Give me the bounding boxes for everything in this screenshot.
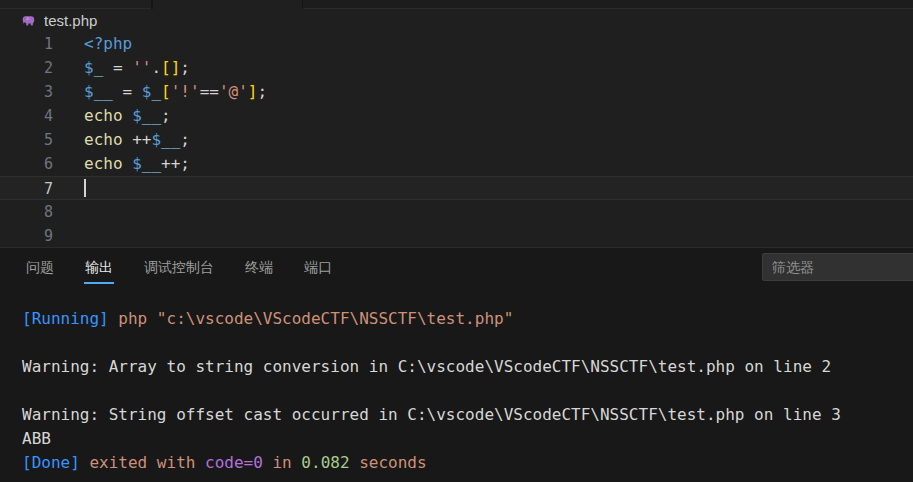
code-text: $__ = $_['!'=='@']; xyxy=(84,80,267,104)
bottom-panel: 问题输出调试控制台终端端口 [Running] php "c:\vscode\V… xyxy=(0,247,913,482)
token-npurple: code=0 xyxy=(205,453,263,472)
token-op: ; xyxy=(180,130,190,149)
editor-tab-strip xyxy=(0,0,913,9)
code-text: echo $__++; xyxy=(84,152,190,176)
line-number: 2 xyxy=(0,56,53,80)
token-str: '' xyxy=(132,58,151,77)
panel-tab-终端[interactable]: 终端 xyxy=(244,252,274,284)
token-dollar: $ xyxy=(84,82,94,101)
tab-divider xyxy=(151,0,153,9)
token-dollar: $ xyxy=(132,106,142,125)
token-var: __ xyxy=(161,130,180,149)
output-line xyxy=(22,379,913,403)
token-bracket: [ xyxy=(161,82,171,101)
token-phptag: <?php xyxy=(84,34,132,53)
output-line: [Done] exited with code=0 in 0.082 secon… xyxy=(22,451,913,475)
panel-tabs: 问题输出调试控制台终端端口 xyxy=(25,252,333,284)
token-op: ; xyxy=(257,82,267,101)
editor-tab-remnant[interactable] xyxy=(0,0,151,8)
token-str: '@' xyxy=(219,82,248,101)
line-number: 5 xyxy=(0,128,53,152)
line-number: 1 xyxy=(0,32,53,56)
token-cmd: seconds xyxy=(350,453,427,472)
line-number: 9 xyxy=(0,224,53,247)
breadcrumb-file-name[interactable]: test.php xyxy=(44,12,97,29)
panel-tab-调试控制台[interactable]: 调试控制台 xyxy=(143,252,215,284)
line-number: 7 xyxy=(0,177,53,199)
editor-tab-remnant-active[interactable] xyxy=(153,0,302,9)
output-filter-input[interactable] xyxy=(762,253,913,281)
line-number: 3 xyxy=(0,80,53,104)
output-line xyxy=(22,331,913,355)
tab-divider xyxy=(302,0,303,9)
panel-tab-输出[interactable]: 输出 xyxy=(84,252,114,284)
code-line[interactable]: 6echo $__++; xyxy=(0,152,913,176)
token-cmd: php "c:\vscode\VScodeCTF\NSSCTF\test.php… xyxy=(118,309,513,328)
token-var: __ xyxy=(142,106,161,125)
line-number: 6 xyxy=(0,152,53,176)
editor-lines: 1<?php2$_ = ''.[];3$__ = $_['!'=='@'];4e… xyxy=(0,32,913,247)
token-plain: Warning: Array to string conversion in C… xyxy=(22,357,831,376)
code-line[interactable]: 4echo $__; xyxy=(0,104,913,128)
code-editor[interactable]: 1<?php2$_ = ''.[];3$__ = $_['!'=='@'];4e… xyxy=(0,32,913,247)
token-ngreen: 0.082 xyxy=(301,453,349,472)
token-kw: echo xyxy=(84,130,132,149)
token-op: ++ xyxy=(132,130,151,149)
code-text: $_ = ''.[]; xyxy=(84,56,190,80)
token-cmd: exited with xyxy=(89,453,205,472)
line-number: 4 xyxy=(0,104,53,128)
code-line[interactable]: 8 xyxy=(0,200,913,224)
token-dollar: $ xyxy=(142,82,152,101)
code-text: <?php xyxy=(84,32,132,56)
output-line: ABB xyxy=(22,427,913,451)
line-number: 8 xyxy=(0,200,53,224)
code-line[interactable]: 9 xyxy=(0,224,913,247)
token-op: = xyxy=(103,58,132,77)
breadcrumb[interactable]: test.php xyxy=(0,9,913,32)
token-var: __ xyxy=(142,154,161,173)
token-kw: echo xyxy=(84,106,132,125)
vscode-window: test.php 1<?php2$_ = ''.[];3$__ = $_['!'… xyxy=(0,0,913,482)
token-op: == xyxy=(200,82,219,101)
token-info: [Done] xyxy=(22,453,89,472)
token-plain: ABB xyxy=(22,429,51,448)
token-var: _ xyxy=(151,82,161,101)
token-plain: Warning: String offset cast occurred in … xyxy=(22,405,841,424)
code-line[interactable]: 7 xyxy=(0,176,913,200)
token-dollar: $ xyxy=(132,154,142,173)
code-line[interactable]: 1<?php xyxy=(0,32,913,56)
code-text: echo $__; xyxy=(84,104,171,128)
output-line: [Running] php "c:\vscode\VScodeCTF\NSSCT… xyxy=(22,307,913,331)
output-line: Warning: Array to string conversion in C… xyxy=(22,355,913,379)
token-kw: echo xyxy=(84,154,132,173)
code-text xyxy=(84,177,86,199)
output-console[interactable]: [Running] php "c:\vscode\VScodeCTF\NSSCT… xyxy=(0,288,913,482)
code-line[interactable]: 3$__ = $_['!'=='@']; xyxy=(0,80,913,104)
tab-strip-border xyxy=(0,8,913,9)
code-line[interactable]: 5echo ++$__; xyxy=(0,128,913,152)
token-str: '!' xyxy=(171,82,200,101)
token-dollar: $ xyxy=(84,58,94,77)
code-line[interactable]: 2$_ = ''.[]; xyxy=(0,56,913,80)
token-var: _ xyxy=(94,58,104,77)
token-bracket: [] xyxy=(161,58,180,77)
token-op: = xyxy=(113,82,142,101)
text-cursor xyxy=(84,179,86,197)
token-op: . xyxy=(151,58,161,77)
token-op: ++ xyxy=(161,154,180,173)
code-text: echo ++$__; xyxy=(84,128,190,152)
php-elephant-icon xyxy=(21,13,37,28)
token-op: ; xyxy=(180,154,190,173)
panel-tab-问题[interactable]: 问题 xyxy=(25,252,55,284)
token-bracket: ] xyxy=(248,82,258,101)
token-op: ; xyxy=(180,58,190,77)
token-cmd: in xyxy=(263,453,302,472)
token-info: [Running] xyxy=(22,309,118,328)
token-dollar: $ xyxy=(151,130,161,149)
panel-tab-端口[interactable]: 端口 xyxy=(303,252,333,284)
token-op: ; xyxy=(161,106,171,125)
output-line: Warning: String offset cast occurred in … xyxy=(22,403,913,427)
panel-header: 问题输出调试控制台终端端口 xyxy=(0,248,913,288)
token-var: __ xyxy=(94,82,113,101)
